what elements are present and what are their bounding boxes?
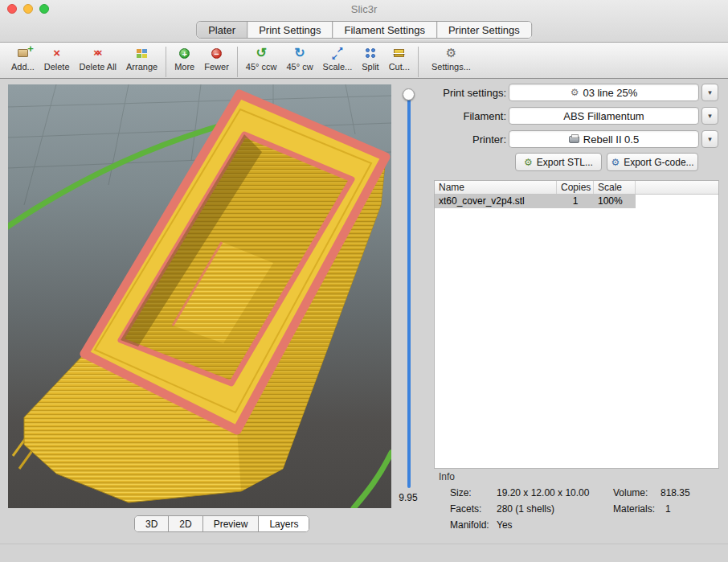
rotate-cw-button[interactable]: ↻ 45° cw [281,46,317,72]
object-scale-cell: 100% [594,195,636,208]
scale-icon: ↗↙ [331,47,343,59]
arrange-button[interactable]: Arrange [121,46,162,72]
settings-button[interactable]: ⚙ Settings... [427,46,476,72]
size-value: 19.20 x 12.00 x 10.00 [497,487,589,498]
facets-label: Facets: [450,503,481,515]
filament-label: Filament: [418,110,506,122]
table-row[interactable]: xt60_cover_v2p4.stl 1 100% [435,195,718,208]
toolbar-separator [237,47,238,77]
filament-value: ABS Fillamentum [563,110,644,122]
rotate-ccw-button[interactable]: ↺ 45° ccw [241,46,282,72]
export-gcode-button[interactable]: ⚙ Export G-code... [607,153,698,171]
tab-filament-settings[interactable]: Filament Settings [332,22,436,38]
cut-icon [394,49,404,57]
objects-table-header: Name Copies Scale [435,181,718,195]
view-tab-2d[interactable]: 2D [168,516,202,531]
split-icon [366,48,375,58]
print-settings-dropdown-button[interactable]: ▾ [701,84,718,101]
column-header-name[interactable]: Name [435,181,557,194]
fewer-button[interactable]: − Fewer [199,46,234,72]
rotate-ccw-icon: ↺ [256,46,266,60]
manifold-label: Manifold: [450,519,489,531]
export-gcode-icon: ⚙ [611,158,620,167]
export-stl-button[interactable]: ⚙ Export STL... [515,153,602,171]
materials-label: Materials: [613,503,655,515]
gear-icon: ⚙ [446,46,456,60]
printer-label: Printer: [418,133,506,146]
view-tab-layers[interactable]: Layers [258,516,309,531]
delete-button[interactable]: × Delete [39,46,75,72]
volume-value: 818.35 [661,487,690,498]
printer-icon [569,136,579,143]
gear-icon: ⚙ [571,88,579,97]
arrange-icon [137,49,147,58]
print-settings-value: 03 line 25% [583,87,637,99]
delete-icon: × [53,46,60,60]
window-bottom-divider [0,544,728,544]
printer-combo[interactable]: Rebell II 0.5 [509,130,699,148]
tab-print-settings[interactable]: Print Settings [247,22,332,38]
view-tab-3d[interactable]: 3D [135,516,168,531]
filament-dropdown-button[interactable]: ▾ [701,107,718,125]
column-header-scale[interactable]: Scale [594,181,636,194]
tab-printer-settings[interactable]: Printer Settings [436,22,531,38]
column-header-copies[interactable]: Copies [557,181,594,194]
object-name-cell: xt60_cover_v2p4.stl [435,195,557,208]
fewer-icon: − [211,48,222,59]
manifold-value: Yes [497,519,513,531]
split-button[interactable]: Split [357,46,383,72]
more-icon: + [179,48,190,59]
facets-value: 280 (1 shells) [497,503,554,515]
print-settings-combo[interactable]: ⚙ 03 line 25% [509,84,699,101]
view-tab-preview[interactable]: Preview [202,516,259,531]
view-tab-bar: 3D 2D Preview Layers [134,515,309,532]
rotate-cw-icon: ↻ [294,46,305,60]
layer-slider-thumb[interactable] [403,88,415,101]
objects-table: Name Copies Scale xt60_cover_v2p4.stl 1 … [434,180,719,469]
toolbar: + Add... × Delete ×× Delete All Arrange … [0,42,728,79]
column-header-filler [636,181,718,194]
window-title: Slic3r [0,3,728,15]
volume-label: Volume: [613,487,648,498]
toolbar-separator [418,47,419,77]
print-settings-label: Print settings: [418,87,506,99]
more-button[interactable]: + More [170,46,199,72]
filament-combo[interactable]: ABS Fillamentum [509,107,699,125]
main-tab-bar: Plater Print Settings Filament Settings … [196,21,532,39]
tab-plater[interactable]: Plater [197,22,247,38]
delete-all-icon: ×× [93,46,102,60]
layer-slider-value: 9.95 [391,492,425,503]
object-copies-cell: 1 [557,195,594,208]
cut-button[interactable]: Cut... [384,46,415,72]
add-icon: + [18,49,28,57]
viewport-3d-canvas[interactable] [8,84,391,508]
printer-dropdown-button[interactable]: ▾ [701,130,718,148]
layer-slider-track[interactable] [407,94,411,488]
size-label: Size: [450,487,472,498]
delete-all-button[interactable]: ×× Delete All [75,46,121,72]
add-button[interactable]: + Add... [6,46,39,72]
toolbar-separator [166,47,166,77]
layers-preview-render [8,84,391,508]
info-title: Info [439,471,455,482]
materials-value: 1 [665,503,671,515]
titlebar: Slic3r Plater Print Settings Filament Se… [0,0,728,42]
printer-value: Rebell II 0.5 [583,133,639,146]
scale-button[interactable]: ↗↙ Scale... [318,46,358,72]
info-panel: Info Size: 19.20 x 12.00 x 10.00 Volume:… [434,469,719,541]
export-stl-icon: ⚙ [524,158,533,167]
